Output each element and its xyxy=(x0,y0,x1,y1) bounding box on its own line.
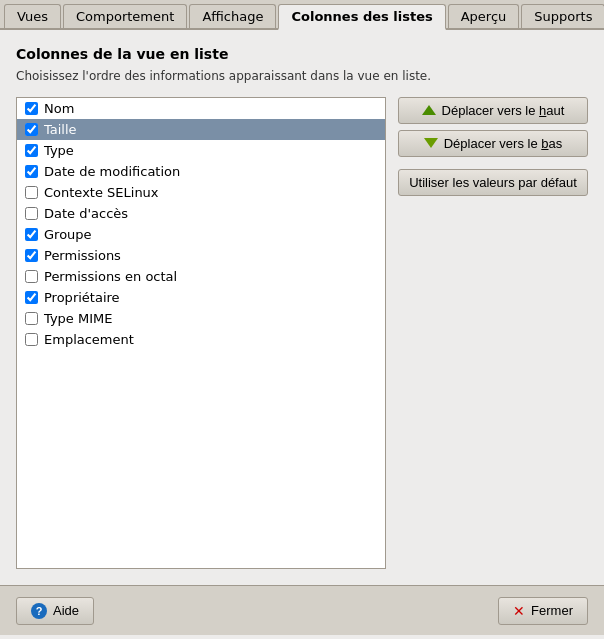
help-label: Aide xyxy=(53,603,79,618)
default-values-label: Utiliser les valeurs par défaut xyxy=(409,175,577,190)
list-item[interactable]: Taille xyxy=(17,119,385,140)
column-checkbox[interactable] xyxy=(25,333,38,346)
column-checkbox[interactable] xyxy=(25,291,38,304)
column-checkbox[interactable] xyxy=(25,144,38,157)
list-item[interactable]: Type xyxy=(17,140,385,161)
arrow-down-icon xyxy=(424,138,438,148)
move-down-label: Déplacer vers le bas xyxy=(444,136,563,151)
columns-list: NomTailleTypeDate de modificationContext… xyxy=(16,97,386,569)
list-item[interactable]: Permissions xyxy=(17,245,385,266)
move-down-button[interactable]: Déplacer vers le bas xyxy=(398,130,588,157)
column-label: Date d'accès xyxy=(44,206,128,221)
column-checkbox[interactable] xyxy=(25,186,38,199)
column-label: Permissions xyxy=(44,248,121,263)
close-icon: ✕ xyxy=(513,603,525,619)
tab-aperçu[interactable]: Aperçu xyxy=(448,4,520,28)
bottom-bar: ? Aide ✕ Fermer xyxy=(0,585,604,635)
column-label: Type xyxy=(44,143,74,158)
column-checkbox[interactable] xyxy=(25,228,38,241)
column-checkbox[interactable] xyxy=(25,270,38,283)
column-label: Propriétaire xyxy=(44,290,120,305)
list-item[interactable]: Contexte SELinux xyxy=(17,182,385,203)
list-item[interactable]: Date de modification xyxy=(17,161,385,182)
list-item[interactable]: Propriétaire xyxy=(17,287,385,308)
column-label: Emplacement xyxy=(44,332,134,347)
column-checkbox[interactable] xyxy=(25,207,38,220)
tab-vues[interactable]: Vues xyxy=(4,4,61,28)
tabs-bar: VuesComportementAffichageColonnes des li… xyxy=(0,0,604,30)
list-item[interactable]: Date d'accès xyxy=(17,203,385,224)
tab-supports[interactable]: Supports xyxy=(521,4,604,28)
close-button[interactable]: ✕ Fermer xyxy=(498,597,588,625)
default-values-button[interactable]: Utiliser les valeurs par défaut xyxy=(398,169,588,196)
buttons-area: Déplacer vers le haut Déplacer vers le b… xyxy=(398,97,588,569)
list-item[interactable]: Groupe xyxy=(17,224,385,245)
column-checkbox[interactable] xyxy=(25,249,38,262)
content-area: Colonnes de la vue en liste Choisissez l… xyxy=(0,30,604,585)
help-icon: ? xyxy=(31,603,47,619)
move-up-label: Déplacer vers le haut xyxy=(442,103,565,118)
list-item[interactable]: Permissions en octal xyxy=(17,266,385,287)
arrow-up-icon xyxy=(422,105,436,115)
tab-affichage[interactable]: Affichage xyxy=(189,4,276,28)
column-label: Date de modification xyxy=(44,164,180,179)
move-up-button[interactable]: Déplacer vers le haut xyxy=(398,97,588,124)
section-title: Colonnes de la vue en liste xyxy=(16,46,588,62)
list-item[interactable]: Type MIME xyxy=(17,308,385,329)
tab-comportement[interactable]: Comportement xyxy=(63,4,187,28)
column-label: Nom xyxy=(44,101,74,116)
column-checkbox[interactable] xyxy=(25,102,38,115)
column-checkbox[interactable] xyxy=(25,165,38,178)
list-item[interactable]: Nom xyxy=(17,98,385,119)
column-checkbox[interactable] xyxy=(25,312,38,325)
column-label: Taille xyxy=(44,122,77,137)
close-label: Fermer xyxy=(531,603,573,618)
column-label: Permissions en octal xyxy=(44,269,177,284)
help-button[interactable]: ? Aide xyxy=(16,597,94,625)
tab-colonnes-des-listes[interactable]: Colonnes des listes xyxy=(278,4,445,30)
list-item[interactable]: Emplacement xyxy=(17,329,385,350)
column-label: Groupe xyxy=(44,227,92,242)
column-label: Contexte SELinux xyxy=(44,185,159,200)
column-label: Type MIME xyxy=(44,311,112,326)
column-checkbox[interactable] xyxy=(25,123,38,136)
section-desc: Choisissez l'ordre des informations appa… xyxy=(16,68,588,85)
